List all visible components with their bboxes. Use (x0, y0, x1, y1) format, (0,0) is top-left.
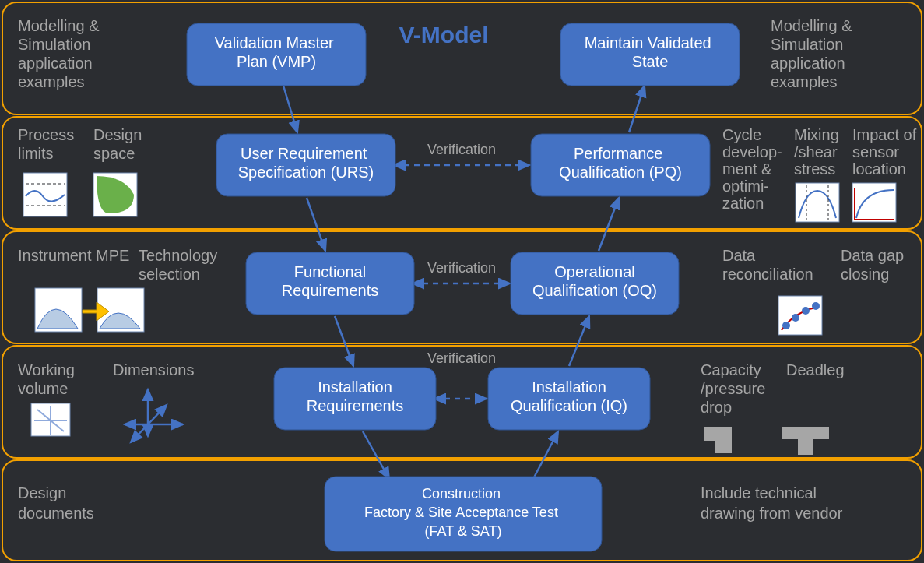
arrow-iq-oq (569, 316, 589, 366)
arrow-oq-pq (599, 198, 619, 251)
vmodel-diagram: { "title": "V-Model", "left_side_header"… (0, 0, 924, 563)
icon-sensor-loc (852, 183, 896, 222)
r3-left-1: Instrument MPE (18, 247, 129, 264)
r2-left-2: Designspace (93, 126, 142, 162)
r2-right-1: Cycledevelop-ment & optimi-zation (722, 126, 782, 212)
r2-right-2: Mixing/shearstress (794, 126, 839, 178)
diagram-title: V-Model (399, 22, 488, 48)
verif-label-2: Verification (427, 260, 496, 276)
arrow-ir-fat (363, 431, 389, 479)
r4-left-1: Workingvolume (18, 361, 75, 397)
left-header: Modelling & Simulation application examp… (18, 17, 104, 90)
icon-process-limits (23, 173, 67, 216)
svg-point-7 (812, 302, 820, 310)
r3-right-1: Datareconciliation (722, 247, 813, 283)
arrow-fr-ir (335, 316, 353, 366)
arrow-urs-fr (307, 198, 325, 251)
r5-left: Designdocuments (18, 484, 94, 522)
r4-right-1: Capacity/pressuredrop (701, 361, 765, 416)
verif-label-1: Verification (427, 142, 496, 157)
icon-mixing (796, 183, 839, 222)
r4-right-2: Deadleg (786, 361, 845, 378)
verif-label-3: Verification (427, 350, 496, 366)
r2-right-3: Impact ofsensorlocation (852, 126, 917, 178)
right-header: Modelling & Simulation application examp… (771, 17, 856, 90)
diagram-svg: V-Model Modelling & Simulation applicati… (0, 0, 924, 563)
svg-point-4 (782, 322, 790, 329)
r3-left-2: Technologyselection (139, 247, 217, 283)
icon-tee (782, 427, 829, 455)
r4-left-2: Dimensions (113, 361, 194, 378)
r5-right: Include technicaldrawing from vendor (701, 484, 843, 522)
r3-right-2: Data gapclosing (841, 247, 904, 283)
icon-dimensions (125, 389, 183, 442)
r2-left-1: Processlimits (18, 126, 74, 162)
arrow-vmp-urs (283, 86, 297, 132)
svg-point-5 (792, 314, 799, 322)
arrow-pq-maintain (629, 86, 645, 132)
svg-point-6 (802, 307, 810, 315)
arrow-fat-iq (533, 431, 558, 479)
icon-elbow (704, 427, 732, 453)
